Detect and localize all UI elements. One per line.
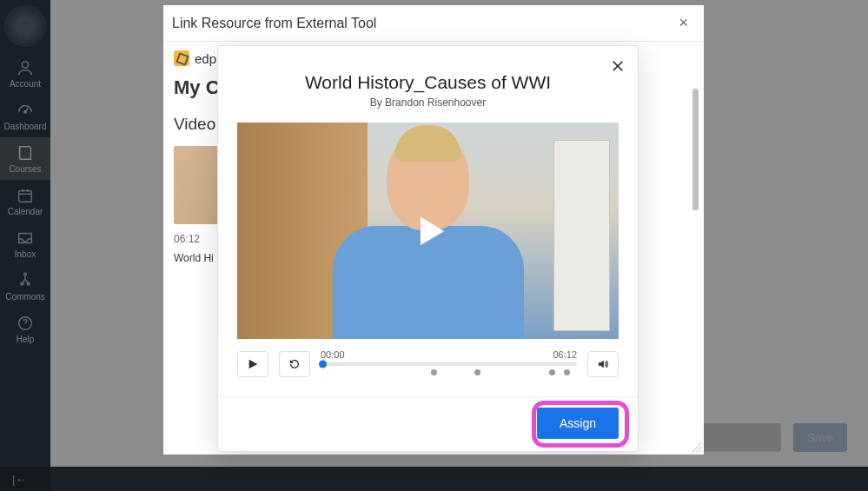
close-icon[interactable] bbox=[610, 58, 626, 76]
question-marker[interactable] bbox=[431, 369, 437, 375]
question-marker[interactable] bbox=[474, 369, 480, 375]
video-title: World History_Causes of WWI bbox=[237, 72, 619, 93]
replay-button[interactable] bbox=[279, 351, 310, 377]
video-header: World History_Causes of WWI By Brandon R… bbox=[218, 46, 638, 123]
time-total: 06:12 bbox=[553, 349, 577, 360]
question-marker[interactable] bbox=[564, 369, 570, 375]
progress-section: 00:00 06:12 bbox=[321, 349, 577, 378]
seek-track[interactable] bbox=[321, 362, 577, 366]
time-current: 00:00 bbox=[321, 349, 345, 360]
inner-scrollbar[interactable] bbox=[692, 89, 699, 210]
modal-header: Link Resource from External Tool × bbox=[163, 5, 704, 42]
video-body: 00:00 06:12 bbox=[218, 123, 638, 385]
question-markers bbox=[321, 369, 577, 378]
assign-button[interactable]: Assign bbox=[537, 408, 619, 439]
video-player[interactable] bbox=[237, 123, 619, 339]
svg-marker-7 bbox=[420, 216, 443, 245]
resize-handle[interactable] bbox=[691, 441, 703, 454]
video-detail-modal: World History_Causes of WWI By Brandon R… bbox=[217, 45, 639, 452]
play-button[interactable] bbox=[237, 351, 268, 377]
video-footer: Assign bbox=[218, 396, 638, 451]
question-marker[interactable] bbox=[549, 369, 555, 375]
volume-button[interactable] bbox=[587, 351, 619, 377]
close-button[interactable]: × bbox=[679, 14, 688, 32]
seek-thumb[interactable] bbox=[319, 361, 327, 368]
modal-title: Link Resource from External Tool bbox=[172, 16, 376, 31]
video-controls: 00:00 06:12 bbox=[237, 339, 619, 385]
edpuzzle-logo-icon bbox=[174, 50, 189, 66]
tool-brand-text: edp bbox=[195, 51, 216, 66]
video-author: By Brandon Risenhoover bbox=[237, 96, 619, 109]
svg-marker-8 bbox=[249, 359, 258, 368]
play-overlay-button[interactable] bbox=[237, 123, 619, 339]
